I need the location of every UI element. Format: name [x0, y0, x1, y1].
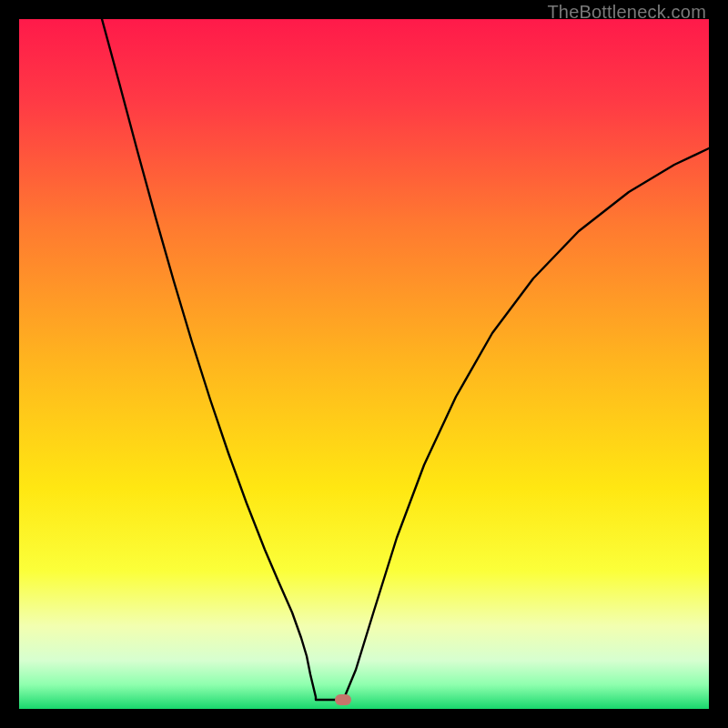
plot-frame — [19, 19, 709, 709]
watermark-text: TheBottleneck.com — [547, 2, 706, 23]
bottleneck-curve — [19, 19, 709, 709]
optimal-point-marker — [335, 694, 351, 705]
